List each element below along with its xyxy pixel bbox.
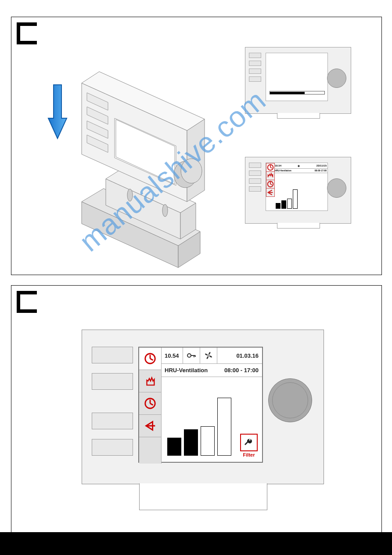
svg-point-6 xyxy=(127,189,133,201)
side-tabs xyxy=(139,348,161,462)
rotary-knob xyxy=(327,69,346,88)
svg-point-7 xyxy=(162,204,168,217)
hardware-button-4[interactable] xyxy=(92,439,133,456)
step-marker-c xyxy=(17,291,37,313)
tab-back[interactable] xyxy=(139,415,162,437)
tab-manual[interactable] xyxy=(139,370,162,392)
fan-icon: ✻ xyxy=(298,164,300,167)
arrow-down-icon xyxy=(47,83,68,140)
hardware-buttons xyxy=(249,163,261,194)
isometric-controller-drawing xyxy=(64,57,222,272)
step-marker-c xyxy=(17,22,37,44)
display-screen: 10.54 ✻ 23/11/15 HRU-Ventilation 08:00-1… xyxy=(266,163,328,211)
rotary-knob[interactable] xyxy=(268,378,312,422)
title-bar: HRU-Ventilation 08:00 - 17:00 xyxy=(161,363,262,377)
controller-front-loading xyxy=(245,47,351,114)
wrench-icon xyxy=(240,434,258,451)
hardware-button-2[interactable] xyxy=(92,373,133,390)
fan-level-chart: Filter xyxy=(161,377,262,462)
svg-point-24 xyxy=(187,354,191,357)
figure-c-bottom: 10.54 01.03.16 HRU-Ventilation 08:00 - 1… xyxy=(11,285,382,533)
display-screen xyxy=(266,53,328,101)
filter-label: Filter xyxy=(240,452,258,457)
status-bar: 10.54 01.03.16 xyxy=(161,348,262,364)
time-range: 08:00-17:00 xyxy=(315,169,327,172)
bar-3 xyxy=(201,426,215,456)
manual-page: manualshive.com xyxy=(0,0,392,555)
bar-4 xyxy=(217,398,231,456)
bar-1 xyxy=(167,438,181,456)
device-foot xyxy=(139,483,267,510)
figure-c-top: manualshive.com xyxy=(11,17,382,275)
tab-clock-active[interactable] xyxy=(139,348,162,370)
tab-clock-2[interactable] xyxy=(139,392,162,415)
time-range: 08:00 - 17:00 xyxy=(224,367,259,374)
svg-point-18 xyxy=(181,159,202,183)
page-footer-bar xyxy=(0,532,392,555)
rotary-knob xyxy=(327,178,346,198)
progress-track xyxy=(270,91,325,94)
time-label: 10.54 xyxy=(161,348,183,363)
key-icon xyxy=(183,348,200,363)
fan-icon xyxy=(200,348,217,363)
hardware-button-3[interactable] xyxy=(92,413,133,429)
filter-warning[interactable]: Filter xyxy=(240,434,258,457)
date-label: 01.03.16 xyxy=(233,348,262,363)
controller-front-running: 10.54 ✻ 23/11/15 HRU-Ventilation 08:00-1… xyxy=(245,157,351,224)
controller-front-large: 10.54 01.03.16 HRU-Ventilation 08:00 - 1… xyxy=(82,330,324,484)
tab-empty xyxy=(139,437,162,464)
svg-marker-19 xyxy=(48,85,67,138)
mini-bar-chart xyxy=(276,189,298,209)
time-label: 10.54 xyxy=(275,164,281,167)
date-label: 23/11/15 xyxy=(316,164,327,167)
screen-title: HRU-Ventilation xyxy=(165,367,208,374)
display-screen: 10.54 01.03.16 HRU-Ventilation 08:00 - 1… xyxy=(138,347,263,463)
side-tabs xyxy=(266,163,274,197)
screen-title: HRU-Ventilation xyxy=(275,169,291,172)
bar-2 xyxy=(184,429,198,456)
hardware-button-1[interactable] xyxy=(92,347,133,363)
hardware-buttons xyxy=(249,53,261,84)
